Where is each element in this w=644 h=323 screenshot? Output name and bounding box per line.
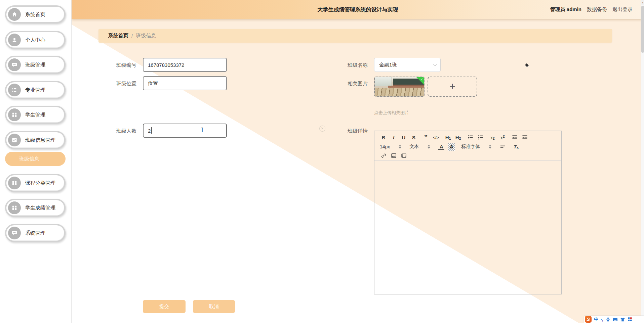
video-icon[interactable] <box>400 152 407 160</box>
submit-button[interactable]: 提交 <box>143 300 186 313</box>
sidebar-item-label: 个人中心 <box>25 37 45 43</box>
class-number-input[interactable] <box>143 58 227 72</box>
sidebar-item-label: 系统首页 <box>25 11 45 18</box>
breadcrumb-current: 班级信息 <box>136 33 156 39</box>
text-color-button[interactable]: A <box>438 143 445 151</box>
sogou-logo-icon[interactable]: S <box>585 316 592 323</box>
underline-button[interactable]: U <box>400 134 407 142</box>
blockquote-button[interactable]: ” <box>422 134 430 142</box>
header2-button[interactable]: H2 <box>454 134 462 142</box>
ime-mode-chinese[interactable]: 中 <box>594 316 598 322</box>
sidebar-item-student-mgmt[interactable]: 学生管理 <box>5 106 66 124</box>
upload-image-button[interactable]: + <box>428 77 477 97</box>
sidebar-item-label: 班级信息管理 <box>25 137 55 143</box>
class-name-label: 班级名称 <box>324 62 368 68</box>
editor-toolbar: B I U S ” </> H1 H2 x2 x2 <box>374 131 561 161</box>
upload-hint-text: 点击上传相关图片 <box>374 110 409 116</box>
uploaded-image-thumbnail[interactable]: ✓ <box>374 77 425 97</box>
bullet-list-icon[interactable] <box>477 134 484 142</box>
sidebar-item-profile[interactable]: 个人中心 <box>5 31 66 49</box>
related-images-label: 相关图片 <box>324 81 368 87</box>
text-style-select[interactable]: 文本 <box>409 143 430 151</box>
editor-body[interactable] <box>374 161 561 294</box>
class-size-label: 班级人数 <box>93 128 136 134</box>
scrollbar-thumb[interactable] <box>641 6 644 53</box>
photo-classroom-desks <box>375 88 424 96</box>
class-size-input[interactable] <box>143 124 227 138</box>
text-caret <box>151 127 152 134</box>
updown-arrows-icon <box>489 145 491 149</box>
font-family-select[interactable]: 标准字体 <box>461 143 491 151</box>
toolbar-row-2: 14px 文本 A A 标准字体 Tx <box>380 142 561 151</box>
superscript-button[interactable]: x2 <box>499 134 506 142</box>
skin-shirt-icon[interactable] <box>620 317 625 322</box>
code-block-button[interactable]: </> <box>432 134 440 142</box>
sidebar-item-major-mgmt[interactable]: 专业管理 <box>5 81 66 99</box>
header-user-area: 管理员 admin 数据备份 退出登录 <box>550 0 633 19</box>
image-icon[interactable] <box>390 152 397 160</box>
bold-button[interactable]: B <box>380 134 387 142</box>
sidebar-item-label: 班级管理 <box>25 62 45 68</box>
font-size-select[interactable]: 14px <box>380 143 401 151</box>
align-icon[interactable] <box>499 143 506 151</box>
keyboard-icon[interactable] <box>613 317 618 322</box>
indent-icon[interactable] <box>521 134 528 142</box>
home-icon <box>8 8 21 21</box>
scroll-up-arrow-icon[interactable]: ▲ <box>641 0 644 5</box>
sidebar-item-class-mgmt[interactable]: 班级管理 <box>5 56 66 74</box>
subscript-button[interactable]: x2 <box>489 134 496 142</box>
chevron-down-icon <box>433 62 437 66</box>
grid-icon <box>8 201 21 214</box>
cancel-button[interactable]: 取消 <box>193 300 235 313</box>
class-number-label: 班级编号 <box>93 62 136 68</box>
ordered-list-icon[interactable] <box>467 134 474 142</box>
toolbar-row-3 <box>380 151 561 160</box>
chat-bubble-icon <box>8 58 21 71</box>
sidebar-item-grades-mgmt[interactable]: 学生成绩管理 <box>5 199 66 217</box>
updown-arrows-icon <box>428 145 430 149</box>
link-icon[interactable] <box>380 152 387 160</box>
data-backup-link[interactable]: 数据备份 <box>587 6 607 13</box>
sidebar-item-system-mgmt[interactable]: 系统管理 <box>5 224 66 242</box>
sidebar-item-classinfo-active[interactable]: 班级信息 <box>5 152 66 166</box>
sidebar-nav: 系统首页 个人中心 班级管理 专业管理 学生管理 <box>0 0 72 323</box>
class-details-label: 班级详情 <box>324 128 368 134</box>
strikethrough-button[interactable]: S <box>410 134 417 142</box>
highlight-color-button[interactable]: A <box>448 143 455 151</box>
check-icon: ✓ <box>420 78 423 81</box>
plus-icon: + <box>449 81 455 91</box>
page-scrollbar[interactable]: ▲ ▼ <box>641 0 644 323</box>
sidebar-item-home[interactable]: 系统首页 <box>5 5 66 24</box>
sidebar-item-label: 学生管理 <box>25 112 45 118</box>
clear-format-button[interactable]: Tx <box>512 143 520 151</box>
toolbox-grid-icon[interactable] <box>628 317 632 322</box>
sidebar-item-label: 专业管理 <box>25 87 45 93</box>
sidebar-item-label: 学生成绩管理 <box>25 205 55 211</box>
breadcrumb-separator: / <box>131 33 133 39</box>
ime-punctuation-icon[interactable]: ·, <box>601 317 603 322</box>
class-name-selected-value: 金融1班 <box>379 62 397 68</box>
italic-button[interactable]: I <box>390 134 397 142</box>
breadcrumb-home-link[interactable]: 系统首页 <box>108 33 128 39</box>
sidebar-item-classinfo-mgmt[interactable]: 班级信息管理 <box>5 131 66 149</box>
rich-text-editor: B I U S ” </> H1 H2 x2 x2 <box>374 131 562 294</box>
chat-bubble-icon <box>8 227 21 239</box>
sidebar-item-label: 课程分类管理 <box>25 180 55 186</box>
microphone-icon[interactable] <box>606 317 610 322</box>
admin-username: 管理员 admin <box>550 6 581 13</box>
class-name-select[interactable]: 金融1班 <box>374 58 441 72</box>
photo-classroom-window <box>375 77 392 86</box>
outdent-icon[interactable] <box>511 134 518 142</box>
sidebar-item-label: 班级信息 <box>19 156 39 162</box>
sidebar-item-course-category[interactable]: 课程分类管理 <box>5 174 66 192</box>
top-header: 大学生成绩管理系统的设计与实现 管理员 admin 数据备份 退出登录 <box>72 0 644 19</box>
class-location-label: 班级位置 <box>93 81 136 87</box>
breadcrumb: 系统首页 / 班级信息 <box>98 29 612 43</box>
toolbar-row-1: B I U S ” </> H1 H2 x2 x2 <box>380 133 561 142</box>
header1-button[interactable]: H1 <box>444 134 452 142</box>
class-location-input[interactable] <box>143 76 227 90</box>
list-icon <box>8 84 21 96</box>
ibeam-cursor: I <box>201 126 203 134</box>
logout-link[interactable]: 退出登录 <box>612 6 633 13</box>
grid-icon <box>8 177 21 189</box>
